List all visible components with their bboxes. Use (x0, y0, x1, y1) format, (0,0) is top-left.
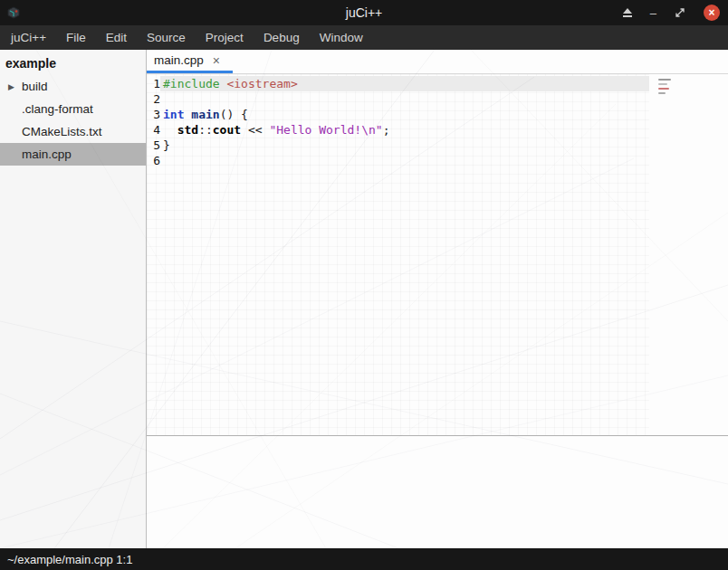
menu-item-juci[interactable]: juCi++ (1, 25, 56, 50)
editor-text-region[interactable]: 123456 #include <iostream>int main() { s… (147, 74, 649, 435)
minimap-line (658, 79, 671, 81)
minimap-line (658, 92, 666, 94)
line-number: 3 (147, 107, 160, 122)
output-panel[interactable] (147, 435, 728, 548)
file-tree: ▶build.clang-formatCMakeLists.txtmain.cp… (0, 75, 146, 166)
code-line[interactable]: } (160, 138, 649, 153)
code-token: #include (163, 77, 220, 90)
line-number: 1 (147, 76, 160, 91)
minimap[interactable] (658, 79, 671, 94)
sidebar-item-cmakelists-txt[interactable]: CMakeLists.txt (0, 120, 146, 143)
file-label: .clang-format (22, 102, 93, 116)
code-token: int (163, 108, 184, 121)
code-token: } (163, 138, 170, 152)
sidebar-item-main-cpp[interactable]: main.cpp (0, 143, 146, 166)
menu-item-source[interactable]: Source (137, 25, 196, 50)
expander-icon[interactable]: ▶ (8, 82, 14, 91)
minimap-line (658, 83, 667, 85)
code-line[interactable]: int main() { (160, 107, 649, 122)
eject-icon[interactable] (623, 8, 632, 17)
code-editor[interactable]: 123456 #include <iostream>int main() { s… (147, 74, 728, 435)
code-line[interactable] (160, 91, 649, 107)
content-area: example ▶build.clang-formatCMakeLists.tx… (0, 50, 728, 548)
tab-close-icon[interactable]: × (213, 53, 220, 68)
app-icon (6, 5, 22, 21)
code-line[interactable]: #include <iostream> (160, 76, 649, 91)
line-number: 2 (147, 91, 160, 107)
window-title: juCi++ (0, 5, 728, 20)
menu-item-edit[interactable]: Edit (96, 25, 137, 50)
minimap-line (658, 88, 669, 90)
menu-item-file[interactable]: File (56, 25, 96, 50)
project-root-label: example (0, 50, 146, 75)
tab-label: main.cpp (154, 53, 204, 67)
editor-margin (649, 74, 728, 435)
minimize-icon[interactable]: – (650, 7, 656, 19)
line-number: 5 (147, 138, 160, 153)
tab-main-cpp[interactable]: main.cpp × (147, 50, 233, 73)
file-label: CMakeLists.txt (22, 125, 102, 138)
sidebar-item-clang-format[interactable]: .clang-format (0, 98, 146, 120)
restore-icon[interactable] (675, 7, 685, 18)
code-token: std (177, 123, 198, 137)
code-token: "Hello World!\n" (269, 123, 382, 137)
tab-bar: main.cpp × (147, 50, 728, 74)
main-panel: main.cpp × 123456 #include <iostream>int… (147, 50, 728, 548)
menu-item-debug[interactable]: Debug (254, 25, 310, 50)
line-number: 4 (147, 122, 160, 138)
close-icon[interactable]: × (704, 5, 720, 21)
code-token: << (241, 123, 269, 137)
line-number-gutter: 123456 (147, 74, 160, 435)
code-token: main (191, 108, 219, 121)
menu-item-project[interactable]: Project (196, 25, 254, 50)
window-controls: – × (623, 5, 720, 21)
status-file-position: ~/example/main.cpp 1:1 (7, 553, 132, 566)
code-line[interactable]: std::cout << "Hello World!\n"; (160, 122, 649, 138)
code-token: () { (220, 108, 248, 121)
code-token: :: (198, 123, 213, 137)
code-token: ; (383, 123, 390, 137)
menu-bar: juCi++FileEditSourceProjectDebugWindow (0, 25, 728, 50)
line-number: 6 (147, 153, 160, 168)
code-token: <iostream> (226, 77, 297, 90)
file-tree-sidebar: example ▶build.clang-formatCMakeLists.tx… (0, 50, 147, 548)
code-line[interactable] (160, 153, 649, 168)
code-token: cout (213, 123, 241, 137)
file-label: build (22, 80, 48, 93)
titlebar[interactable]: juCi++ – × (0, 0, 728, 25)
menu-item-window[interactable]: Window (310, 25, 373, 50)
status-bar: ~/example/main.cpp 1:1 (0, 548, 728, 570)
code-token (163, 123, 177, 137)
file-label: main.cpp (22, 147, 72, 161)
code-area[interactable]: #include <iostream>int main() { std::cou… (160, 74, 649, 435)
sidebar-item-build[interactable]: ▶build (0, 75, 146, 98)
app-window: juCi++ – × juCi++FileEditSourceProjectDe… (0, 0, 728, 570)
